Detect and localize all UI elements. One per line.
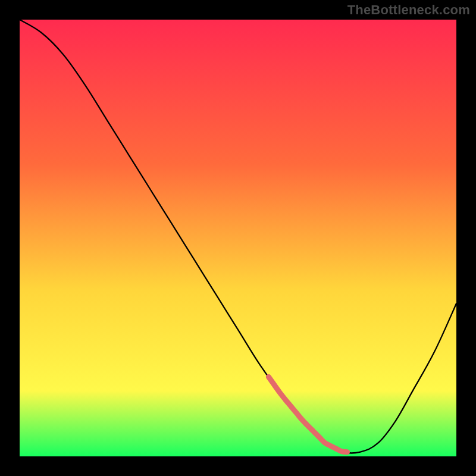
plot-area (20, 20, 456, 456)
bottleneck-chart (20, 20, 456, 456)
watermark-text: TheBottleneck.com (347, 2, 470, 18)
chart-frame: TheBottleneck.com (0, 0, 476, 476)
